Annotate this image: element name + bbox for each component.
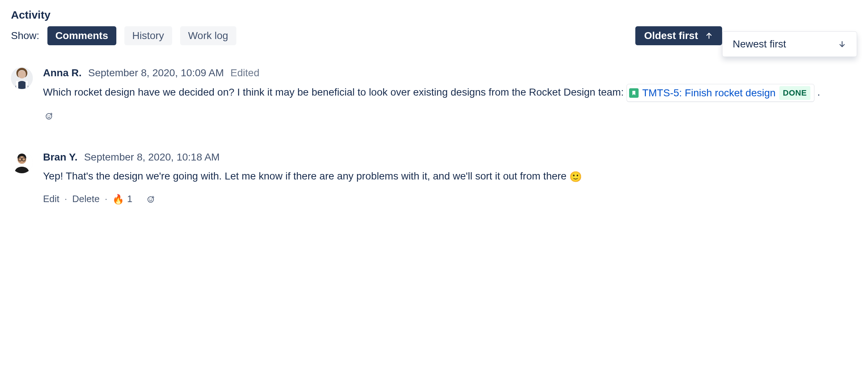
arrow-down-icon	[838, 40, 846, 49]
issue-status-lozenge: DONE	[779, 86, 811, 100]
smiley-emoji: 🙂	[569, 171, 582, 182]
avatar[interactable]	[11, 67, 33, 89]
comment-text-fragment: Yep! That's the design we're going with.…	[43, 170, 569, 182]
delete-comment-link[interactable]: Delete	[72, 193, 100, 205]
comment-author[interactable]: Anna R.	[43, 67, 82, 79]
add-emoji-icon	[147, 194, 155, 204]
separator: ·	[105, 193, 107, 205]
tab-comments[interactable]: Comments	[47, 26, 116, 45]
svg-point-11	[148, 197, 154, 202]
comment-timestamp[interactable]: September 8, 2020, 10:18 AM	[84, 151, 220, 163]
issue-link-chip[interactable]: TMTS-5: Finish rocket design DONE	[627, 84, 814, 102]
activity-heading: Activity	[11, 9, 857, 21]
svg-point-12	[149, 198, 150, 199]
reaction-count: 1	[127, 193, 132, 205]
tab-label: Comments	[55, 30, 108, 42]
svg-point-1	[18, 70, 26, 78]
reaction-fire[interactable]: 🔥 1	[112, 193, 132, 205]
fire-emoji-icon: 🔥	[112, 194, 124, 204]
svg-point-13	[151, 198, 152, 199]
add-emoji-icon	[45, 111, 53, 121]
avatar[interactable]	[11, 151, 33, 173]
tab-work-log[interactable]: Work log	[180, 26, 236, 45]
comment-actions	[43, 110, 857, 122]
comment-edited-label: Edited	[230, 67, 259, 79]
comment-author[interactable]: Bran Y.	[43, 151, 77, 163]
separator: ·	[65, 193, 67, 205]
svg-point-5	[47, 116, 48, 116]
activity-filter-row: Show: Comments History Work log Oldest f…	[11, 26, 857, 45]
sort-order-label: Oldest first	[644, 30, 698, 42]
sort-block: Oldest first Newest first	[635, 26, 857, 57]
comment-meta: Bran Y. September 8, 2020, 10:18 AM	[43, 151, 857, 163]
sort-option-newest-first[interactable]: Newest first	[722, 32, 857, 57]
sort-dropdown: Newest first	[722, 31, 857, 57]
comment-actions: Edit · Delete · 🔥 1	[43, 193, 857, 205]
issue-type-story-icon	[629, 88, 639, 98]
comment-text: Yep! That's the design we're going with.…	[43, 168, 845, 185]
comments-list: Anna R. September 8, 2020, 10:09 AM Edit…	[11, 67, 857, 205]
svg-rect-3	[26, 81, 28, 89]
show-label: Show:	[11, 30, 39, 42]
tab-label: Work log	[188, 30, 228, 42]
svg-rect-2	[16, 81, 18, 89]
comment-text: Which rocket design have we decided on? …	[43, 84, 845, 102]
comment-meta: Anna R. September 8, 2020, 10:09 AM Edit…	[43, 67, 857, 79]
add-reaction-button[interactable]	[145, 193, 157, 205]
comment: Bran Y. September 8, 2020, 10:18 AM Yep!…	[11, 151, 857, 205]
add-reaction-button[interactable]	[43, 110, 55, 122]
tab-history[interactable]: History	[124, 26, 172, 45]
issue-key-title: TMTS-5: Finish rocket design	[642, 85, 776, 101]
comment-text-fragment: .	[817, 86, 820, 98]
sort-option-label: Newest first	[733, 38, 786, 50]
edit-comment-link[interactable]: Edit	[43, 193, 59, 205]
svg-point-4	[46, 114, 52, 120]
comment-timestamp[interactable]: September 8, 2020, 10:09 AM	[88, 67, 224, 79]
sort-order-button[interactable]: Oldest first	[635, 26, 722, 45]
svg-point-6	[50, 116, 50, 116]
arrow-up-icon	[705, 31, 713, 40]
tab-label: History	[132, 30, 164, 42]
comment-text-fragment: Which rocket design have we decided on? …	[43, 86, 627, 98]
comment: Anna R. September 8, 2020, 10:09 AM Edit…	[11, 67, 857, 122]
